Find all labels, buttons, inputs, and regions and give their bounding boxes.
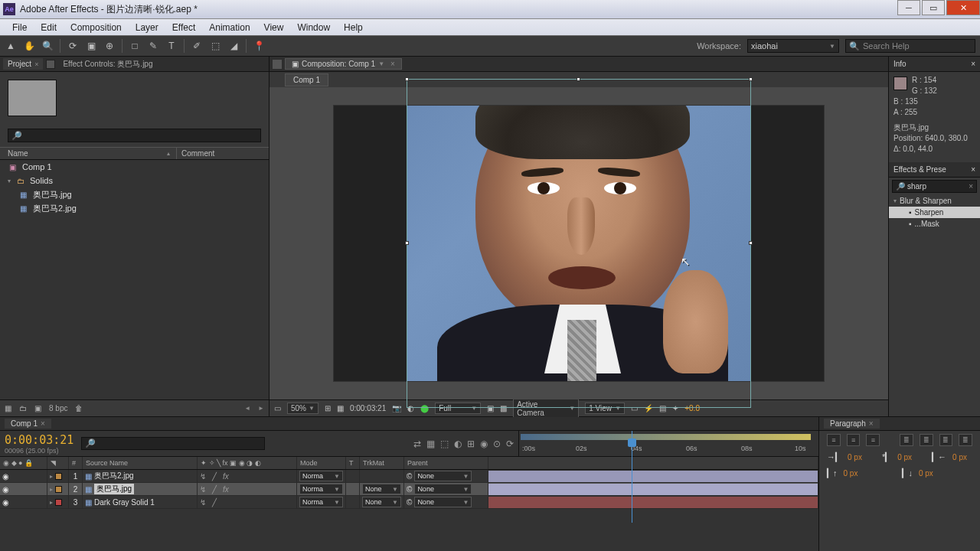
- time-ruler[interactable]: :00s 02s 04s 06s 08s 10s: [519, 431, 818, 456]
- pickwhip-icon[interactable]: ©: [407, 472, 412, 481]
- visibility-icon[interactable]: ◉: [2, 485, 9, 494]
- layer-name[interactable]: 奥巴马.jpg: [94, 484, 134, 494]
- parent-dropdown[interactable]: None▼: [414, 497, 472, 507]
- menu-effect[interactable]: Effect: [166, 21, 201, 34]
- visibility-icon[interactable]: ◉: [2, 472, 9, 481]
- selection-box[interactable]: [407, 79, 751, 408]
- tl-icon[interactable]: ⊞: [467, 439, 475, 449]
- selection-tool-icon[interactable]: ▲: [5, 40, 17, 52]
- composition-tab[interactable]: ▣Composition: Comp 1▼×: [285, 58, 402, 70]
- panel-icon[interactable]: [46, 60, 55, 69]
- timeline-layer[interactable]: ◉▸2▦奥巴马.jpg↯╱fxNorma▼None▼©None▼: [0, 483, 818, 496]
- maximize-button[interactable]: ▭: [922, 0, 945, 15]
- layer-duration-bar[interactable]: [488, 497, 818, 508]
- parent-dropdown[interactable]: None▼: [414, 471, 472, 481]
- delete-icon[interactable]: 🗑: [75, 404, 83, 412]
- tl-icon[interactable]: ◉: [480, 439, 488, 449]
- tl-icon[interactable]: ⟳: [506, 439, 514, 449]
- menu-help[interactable]: Help: [338, 21, 369, 34]
- new-comp-icon[interactable]: ▣: [34, 404, 41, 412]
- layer-name[interactable]: 奥巴马2.jpg: [94, 471, 134, 481]
- tl-icon[interactable]: ▦: [426, 439, 435, 449]
- next-icon[interactable]: ►: [258, 405, 264, 412]
- justify-right-icon[interactable]: ≣: [939, 434, 953, 446]
- disclosure-icon[interactable]: ▸: [50, 486, 53, 493]
- zoom-tool-icon[interactable]: 🔍: [41, 40, 54, 52]
- camera-tool-icon[interactable]: ▣: [85, 40, 97, 52]
- time-display[interactable]: 0:00:03:21: [350, 404, 386, 412]
- panel-grip-icon[interactable]: [273, 60, 282, 69]
- magnify-icon[interactable]: ▭: [274, 404, 281, 412]
- rotation-tool-icon[interactable]: ⟳: [67, 40, 79, 52]
- justify-left-icon[interactable]: ≣: [900, 434, 913, 446]
- paragraph-tab[interactable]: Paragraph×: [824, 419, 880, 429]
- project-search[interactable]: 🔎: [8, 129, 261, 142]
- menu-window[interactable]: Window: [291, 21, 336, 34]
- effect-item-sharpen[interactable]: ▪Sharpen: [889, 207, 980, 218]
- menu-view[interactable]: View: [258, 21, 290, 34]
- layer-duration-bar[interactable]: [488, 484, 818, 495]
- project-items[interactable]: ▣Comp 1 ▾🗀Solids ▦奥巴马.jpg ▦奥巴马2.jpg: [0, 160, 269, 399]
- layer-name[interactable]: Dark Gray Solid 1: [94, 498, 155, 507]
- search-help-input[interactable]: 🔍Search Help: [845, 39, 975, 53]
- effect-item-mask[interactable]: ▪...Mask: [889, 218, 980, 230]
- shape-tool-icon[interactable]: □: [129, 40, 141, 52]
- pen-tool-icon[interactable]: ✎: [147, 40, 159, 52]
- disclosure-icon[interactable]: ▸: [50, 473, 53, 480]
- layer-color-swatch[interactable]: [55, 486, 62, 493]
- menu-layer[interactable]: Layer: [129, 21, 165, 34]
- layer-color-swatch[interactable]: [55, 499, 62, 506]
- blend-mode-dropdown[interactable]: Norma▼: [299, 471, 343, 481]
- brush-tool-icon[interactable]: ✐: [191, 40, 203, 52]
- resolution-icon[interactable]: ⊞: [325, 404, 331, 412]
- sort-icon[interactable]: ▴: [167, 150, 170, 157]
- trkmat-dropdown[interactable]: None▼: [362, 484, 401, 494]
- text-tool-icon[interactable]: T: [165, 40, 178, 52]
- effects-category[interactable]: ▾Blur & Sharpen: [889, 195, 980, 207]
- tl-icon[interactable]: ◐: [454, 439, 462, 449]
- effects-search[interactable]: 🔎sharp×: [892, 180, 977, 193]
- layer-duration-bar[interactable]: [488, 471, 818, 482]
- menu-edit[interactable]: Edit: [34, 21, 63, 34]
- puppet-tool-icon[interactable]: 📍: [253, 40, 265, 52]
- tl-icon[interactable]: ⇄: [413, 439, 421, 449]
- project-item-image[interactable]: ▦奥巴马2.jpg: [0, 201, 269, 215]
- justify-all-icon[interactable]: ≣: [959, 434, 972, 446]
- layer-color-swatch[interactable]: [55, 473, 62, 480]
- menu-animation[interactable]: Animation: [203, 21, 256, 34]
- parent-dropdown[interactable]: None▼: [414, 484, 472, 494]
- project-tab[interactable]: Project×: [3, 58, 43, 70]
- effect-controls-label[interactable]: Effect Controls: 奥巴马.jpg: [58, 57, 157, 71]
- timeline-layer[interactable]: ◉▸1▦奥巴马2.jpg↯╱fxNorma▼©None▼: [0, 470, 818, 483]
- pickwhip-icon[interactable]: ©: [407, 485, 412, 494]
- timeline-tab[interactable]: Comp 1×: [5, 419, 51, 429]
- timeline-layer[interactable]: ◉▸3▦Dark Gray Solid 1↯╱Norma▼None▼©None▼: [0, 496, 818, 509]
- disclosure-icon[interactable]: ▸: [50, 499, 53, 506]
- disclosure-icon[interactable]: ▾: [8, 178, 11, 184]
- pan-behind-tool-icon[interactable]: ⊕: [103, 40, 116, 52]
- project-item-folder[interactable]: ▾🗀Solids: [0, 174, 269, 187]
- comp-subtab[interactable]: Comp 1: [285, 73, 328, 86]
- info-panel-header[interactable]: Info×: [889, 57, 980, 72]
- project-item-image[interactable]: ▦奥巴马.jpg: [0, 187, 269, 201]
- effects-panel-header[interactable]: Effects & Prese×: [889, 162, 980, 178]
- new-folder-icon[interactable]: 🗀: [19, 404, 27, 412]
- minimize-button[interactable]: ─: [897, 0, 920, 15]
- interpret-icon[interactable]: ▦: [5, 404, 11, 412]
- clone-tool-icon[interactable]: ⬚: [209, 40, 221, 52]
- menu-composition[interactable]: Composition: [64, 21, 128, 34]
- project-item-comp[interactable]: ▣Comp 1: [0, 160, 269, 174]
- snapshot-icon[interactable]: 📷: [392, 404, 401, 412]
- close-button[interactable]: ✕: [946, 0, 980, 15]
- justify-center-icon[interactable]: ≣: [920, 434, 933, 446]
- tl-icon[interactable]: ⬚: [440, 439, 449, 449]
- blend-mode-dropdown[interactable]: Norma▼: [299, 497, 343, 507]
- viewport[interactable]: ↖: [270, 87, 888, 399]
- timecode-display[interactable]: 0:00:03:21: [5, 433, 74, 447]
- project-search-input[interactable]: [25, 132, 257, 140]
- workspace-dropdown[interactable]: xiaohai▼: [747, 39, 839, 53]
- prev-icon[interactable]: ◄: [244, 405, 250, 412]
- align-left-icon[interactable]: ≡: [827, 434, 841, 446]
- pickwhip-icon[interactable]: ©: [407, 498, 412, 507]
- visibility-icon[interactable]: ◉: [2, 498, 9, 507]
